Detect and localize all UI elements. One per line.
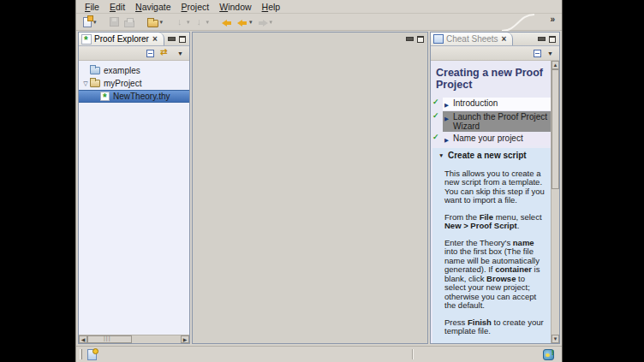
check-icon: ✓	[432, 111, 443, 121]
tab-proof-explorer[interactable]: Proof Explorer ×	[79, 33, 164, 45]
tree-item-label: myProject	[104, 79, 141, 88]
close-icon[interactable]: ×	[502, 36, 507, 43]
print-icon	[124, 21, 134, 27]
scroll-up-icon[interactable]: ▲	[552, 61, 559, 69]
scroll-down-icon[interactable]: ▼	[552, 335, 559, 343]
menu-item-project[interactable]: Project	[177, 1, 216, 13]
tab-label: Cheat Sheets	[446, 34, 498, 44]
menu-item-help[interactable]: Help	[258, 1, 287, 13]
new-button[interactable]: ▾	[81, 15, 98, 30]
cheat-step-launch-the-proof-project-wizard[interactable]: ✓▶Launch the Proof Project Wizard	[432, 111, 551, 132]
screen: FileEditNavigateProjectWindowHelp ▾▾▾▾▾▾…	[0, 0, 644, 362]
tree-item-examples[interactable]: examples	[79, 64, 189, 77]
collapse-all-icon[interactable]	[146, 50, 154, 57]
scrollbar-thumb[interactable]	[87, 335, 132, 343]
cheat-paragraph: This allows you to create a new script f…	[444, 169, 548, 205]
scrollbar-track[interactable]	[552, 69, 559, 335]
project-tree: examples▽myProjectNewTheory.thy	[79, 61, 189, 335]
perspective-bar-curve	[500, 14, 534, 31]
print-button	[122, 15, 136, 30]
proof-explorer-toolbar: ▼	[79, 46, 189, 61]
minimize-icon[interactable]	[168, 36, 175, 43]
tab-cheat-sheets[interactable]: Cheat Sheets ×	[431, 33, 513, 45]
cheat-sheet-steps: ✓▶Introduction✓▶Launch the Proof Project…	[431, 98, 551, 146]
last-edit-location-button-dropdown: ▾	[187, 19, 190, 26]
collapsed-arrow-icon: ▶	[444, 134, 450, 145]
maximize-icon[interactable]	[179, 36, 186, 43]
cheat-step-body: ▶Name your project	[443, 133, 551, 145]
prover-status-icon	[87, 349, 97, 360]
cheat-step-body: ▶Launch the Proof Project Wizard	[443, 111, 551, 132]
toolbar-overflow-chevron[interactable]: »	[550, 15, 555, 24]
maximize-icon[interactable]	[549, 36, 556, 43]
menu-item-file[interactable]: File	[80, 1, 105, 13]
maximize-icon[interactable]	[417, 36, 424, 43]
expander-icon[interactable]: ▽	[81, 80, 90, 87]
next-annotation-button: ▾	[194, 15, 212, 30]
main-toolbar: ▾▾▾▾▾▾ »	[76, 14, 562, 31]
close-icon[interactable]: ×	[152, 36, 158, 43]
minimize-icon[interactable]	[538, 36, 545, 43]
back-history-button-dropdown[interactable]: ▾	[249, 19, 253, 26]
workbench-area: Proof Explorer × ▼ examples▽myProjectNew…	[76, 31, 562, 346]
horizontal-scrollbar[interactable]: ◀ ▶	[79, 335, 189, 343]
statusbar-divider	[412, 349, 413, 359]
new-button-dropdown[interactable]: ▾	[93, 19, 97, 26]
open-wizard-button[interactable]: ▾	[146, 15, 165, 30]
background-jobs-icon[interactable]	[543, 349, 554, 360]
menu-item-window[interactable]: Window	[215, 1, 257, 13]
cheat-step-name-your-project[interactable]: ✓▶Name your project	[432, 133, 551, 145]
menu-item-edit[interactable]: Edit	[105, 1, 131, 13]
proof-explorer-view: Proof Explorer × ▼ examples▽myProjectNew…	[78, 32, 190, 344]
back-arrow-icon	[222, 16, 232, 28]
forward-arrow-icon	[258, 16, 268, 28]
cheat-step-label: Introduction	[453, 98, 498, 108]
cheat-sheets-icon	[433, 34, 444, 44]
cheat-step-introduction[interactable]: ✓▶Introduction	[432, 98, 551, 110]
new-doc-icon	[83, 17, 92, 27]
proof-explorer-icon	[81, 34, 92, 45]
collapse-all-icon[interactable]	[534, 50, 541, 57]
forward-button: ▾	[256, 15, 275, 30]
cheat-step-body: ▶Introduction	[443, 98, 551, 110]
folder-open-icon	[90, 80, 100, 87]
back-history-button[interactable]: ▾	[236, 15, 254, 30]
cheat-sheet-content: Creating a new Proof Project ✓▶Introduct…	[431, 61, 559, 343]
scroll-left-icon[interactable]: ◀	[79, 335, 87, 343]
proof-explorer-tabstrip: Proof Explorer ×	[79, 33, 189, 46]
link-with-editor-icon[interactable]	[160, 48, 171, 58]
tree-item-newtheory-thy[interactable]: NewTheory.thy	[79, 90, 189, 103]
menu-item-navigate[interactable]: Navigate	[131, 1, 176, 13]
menu-bar: FileEditNavigateProjectWindowHelp	[76, 0, 562, 14]
cheat-paragraph: Enter the Theory's name into the first b…	[444, 239, 548, 311]
collapsed-arrow-icon: ▶	[444, 98, 450, 110]
statusbar-grip[interactable]	[80, 349, 82, 359]
check-icon: ✓	[432, 98, 443, 107]
expanded-arrow-icon: ▼	[438, 151, 444, 158]
down-arrow-icon	[176, 16, 185, 28]
folder-icon	[147, 20, 158, 27]
cheat-sheet-title: Creating a new Proof Project	[431, 61, 551, 98]
editor-area[interactable]	[192, 32, 428, 344]
toolbar-buttons: ▾▾▾▾▾▾	[81, 14, 276, 30]
back-button[interactable]	[220, 15, 234, 30]
scrollbar-thumb[interactable]	[552, 69, 559, 189]
down-arrow-icon	[195, 16, 205, 28]
next-annotation-button-dropdown: ▾	[206, 19, 210, 26]
scroll-right-icon[interactable]: ▶	[181, 335, 189, 343]
step-instructions: This allows you to create a new script f…	[432, 169, 551, 336]
collapsed-arrow-icon: ▶	[444, 112, 450, 123]
tab-label: Proof Explorer	[94, 34, 149, 44]
minimize-icon[interactable]	[406, 36, 413, 43]
view-menu-icon[interactable]: ▼	[547, 50, 553, 56]
tree-item-label: NewTheory.thy	[113, 92, 170, 101]
tree-item-myproject[interactable]: ▽myProject	[79, 77, 189, 90]
view-menu-icon[interactable]: ▼	[177, 50, 183, 56]
cheat-step-create-a-new-script[interactable]: ▼Create a new script	[432, 148, 551, 162]
open-wizard-button-dropdown[interactable]: ▾	[160, 19, 164, 26]
scrollbar-track[interactable]	[87, 335, 181, 343]
vertical-scrollbar[interactable]: ▲ ▼	[551, 61, 559, 343]
cheat-sheets-toolbar: ▼	[431, 46, 559, 61]
cheat-paragraph: From the File menu, select New > Proof S…	[444, 213, 548, 231]
save-icon	[110, 17, 119, 27]
